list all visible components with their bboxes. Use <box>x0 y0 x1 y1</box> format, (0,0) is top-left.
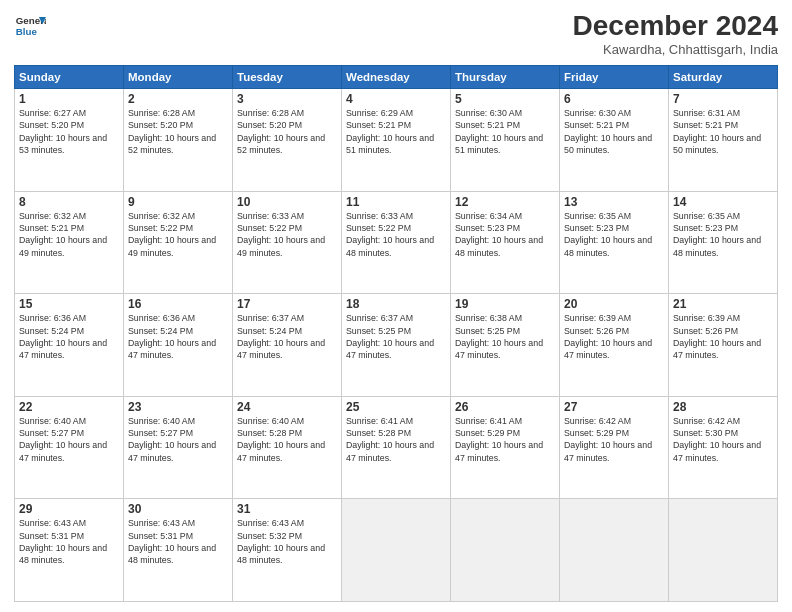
day-cell-28: 28Sunrise: 6:42 AMSunset: 5:30 PMDayligh… <box>669 396 778 499</box>
day-cell-17: 17Sunrise: 6:37 AMSunset: 5:24 PMDayligh… <box>233 294 342 397</box>
day-info-22: Sunrise: 6:40 AMSunset: 5:27 PMDaylight:… <box>19 415 119 464</box>
day-cell-5: 5Sunrise: 6:30 AMSunset: 5:21 PMDaylight… <box>451 89 560 192</box>
day-cell-18: 18Sunrise: 6:37 AMSunset: 5:25 PMDayligh… <box>342 294 451 397</box>
header-friday: Friday <box>560 66 669 89</box>
day-number-16: 16 <box>128 297 228 311</box>
day-info-7: Sunrise: 6:31 AMSunset: 5:21 PMDaylight:… <box>673 107 773 156</box>
day-info-17: Sunrise: 6:37 AMSunset: 5:24 PMDaylight:… <box>237 312 337 361</box>
header-wednesday: Wednesday <box>342 66 451 89</box>
svg-text:Blue: Blue <box>16 26 38 37</box>
day-info-12: Sunrise: 6:34 AMSunset: 5:23 PMDaylight:… <box>455 210 555 259</box>
day-cell-11: 11Sunrise: 6:33 AMSunset: 5:22 PMDayligh… <box>342 191 451 294</box>
day-cell-3: 3Sunrise: 6:28 AMSunset: 5:20 PMDaylight… <box>233 89 342 192</box>
day-cell-4: 4Sunrise: 6:29 AMSunset: 5:21 PMDaylight… <box>342 89 451 192</box>
day-info-9: Sunrise: 6:32 AMSunset: 5:22 PMDaylight:… <box>128 210 228 259</box>
header-thursday: Thursday <box>451 66 560 89</box>
location: Kawardha, Chhattisgarh, India <box>573 42 778 57</box>
day-number-24: 24 <box>237 400 337 414</box>
week-row-3: 15Sunrise: 6:36 AMSunset: 5:24 PMDayligh… <box>15 294 778 397</box>
day-cell-23: 23Sunrise: 6:40 AMSunset: 5:27 PMDayligh… <box>124 396 233 499</box>
day-number-9: 9 <box>128 195 228 209</box>
day-info-10: Sunrise: 6:33 AMSunset: 5:22 PMDaylight:… <box>237 210 337 259</box>
day-number-12: 12 <box>455 195 555 209</box>
day-number-28: 28 <box>673 400 773 414</box>
day-cell-6: 6Sunrise: 6:30 AMSunset: 5:21 PMDaylight… <box>560 89 669 192</box>
calendar-table: Sunday Monday Tuesday Wednesday Thursday… <box>14 65 778 602</box>
day-number-17: 17 <box>237 297 337 311</box>
day-cell-30: 30Sunrise: 6:43 AMSunset: 5:31 PMDayligh… <box>124 499 233 602</box>
empty-cell-w4-d6 <box>669 499 778 602</box>
day-number-13: 13 <box>564 195 664 209</box>
day-info-13: Sunrise: 6:35 AMSunset: 5:23 PMDaylight:… <box>564 210 664 259</box>
day-number-7: 7 <box>673 92 773 106</box>
day-info-4: Sunrise: 6:29 AMSunset: 5:21 PMDaylight:… <box>346 107 446 156</box>
day-cell-16: 16Sunrise: 6:36 AMSunset: 5:24 PMDayligh… <box>124 294 233 397</box>
day-info-18: Sunrise: 6:37 AMSunset: 5:25 PMDaylight:… <box>346 312 446 361</box>
day-info-21: Sunrise: 6:39 AMSunset: 5:26 PMDaylight:… <box>673 312 773 361</box>
day-cell-10: 10Sunrise: 6:33 AMSunset: 5:22 PMDayligh… <box>233 191 342 294</box>
month-title: December 2024 <box>573 10 778 42</box>
day-info-20: Sunrise: 6:39 AMSunset: 5:26 PMDaylight:… <box>564 312 664 361</box>
day-info-25: Sunrise: 6:41 AMSunset: 5:28 PMDaylight:… <box>346 415 446 464</box>
day-number-6: 6 <box>564 92 664 106</box>
day-info-24: Sunrise: 6:40 AMSunset: 5:28 PMDaylight:… <box>237 415 337 464</box>
day-number-20: 20 <box>564 297 664 311</box>
day-info-27: Sunrise: 6:42 AMSunset: 5:29 PMDaylight:… <box>564 415 664 464</box>
day-number-22: 22 <box>19 400 119 414</box>
empty-cell-w4-d3 <box>342 499 451 602</box>
day-number-26: 26 <box>455 400 555 414</box>
day-number-27: 27 <box>564 400 664 414</box>
day-number-2: 2 <box>128 92 228 106</box>
day-cell-1: 1Sunrise: 6:27 AMSunset: 5:20 PMDaylight… <box>15 89 124 192</box>
day-number-18: 18 <box>346 297 446 311</box>
day-info-26: Sunrise: 6:41 AMSunset: 5:29 PMDaylight:… <box>455 415 555 464</box>
day-cell-22: 22Sunrise: 6:40 AMSunset: 5:27 PMDayligh… <box>15 396 124 499</box>
week-row-2: 8Sunrise: 6:32 AMSunset: 5:21 PMDaylight… <box>15 191 778 294</box>
day-cell-31: 31Sunrise: 6:43 AMSunset: 5:32 PMDayligh… <box>233 499 342 602</box>
day-cell-29: 29Sunrise: 6:43 AMSunset: 5:31 PMDayligh… <box>15 499 124 602</box>
day-info-28: Sunrise: 6:42 AMSunset: 5:30 PMDaylight:… <box>673 415 773 464</box>
day-cell-25: 25Sunrise: 6:41 AMSunset: 5:28 PMDayligh… <box>342 396 451 499</box>
day-number-21: 21 <box>673 297 773 311</box>
day-cell-27: 27Sunrise: 6:42 AMSunset: 5:29 PMDayligh… <box>560 396 669 499</box>
day-info-5: Sunrise: 6:30 AMSunset: 5:21 PMDaylight:… <box>455 107 555 156</box>
day-cell-21: 21Sunrise: 6:39 AMSunset: 5:26 PMDayligh… <box>669 294 778 397</box>
header: General Blue December 2024 Kawardha, Chh… <box>14 10 778 57</box>
day-number-11: 11 <box>346 195 446 209</box>
calendar-body: 1Sunrise: 6:27 AMSunset: 5:20 PMDaylight… <box>15 89 778 602</box>
day-info-1: Sunrise: 6:27 AMSunset: 5:20 PMDaylight:… <box>19 107 119 156</box>
day-info-8: Sunrise: 6:32 AMSunset: 5:21 PMDaylight:… <box>19 210 119 259</box>
day-number-23: 23 <box>128 400 228 414</box>
day-number-15: 15 <box>19 297 119 311</box>
day-info-11: Sunrise: 6:33 AMSunset: 5:22 PMDaylight:… <box>346 210 446 259</box>
day-info-31: Sunrise: 6:43 AMSunset: 5:32 PMDaylight:… <box>237 517 337 566</box>
day-info-2: Sunrise: 6:28 AMSunset: 5:20 PMDaylight:… <box>128 107 228 156</box>
logo-icon: General Blue <box>14 10 46 42</box>
day-cell-12: 12Sunrise: 6:34 AMSunset: 5:23 PMDayligh… <box>451 191 560 294</box>
day-number-8: 8 <box>19 195 119 209</box>
day-info-23: Sunrise: 6:40 AMSunset: 5:27 PMDaylight:… <box>128 415 228 464</box>
day-number-1: 1 <box>19 92 119 106</box>
day-number-31: 31 <box>237 502 337 516</box>
day-cell-7: 7Sunrise: 6:31 AMSunset: 5:21 PMDaylight… <box>669 89 778 192</box>
week-row-4: 22Sunrise: 6:40 AMSunset: 5:27 PMDayligh… <box>15 396 778 499</box>
day-number-3: 3 <box>237 92 337 106</box>
header-saturday: Saturday <box>669 66 778 89</box>
empty-cell-w4-d5 <box>560 499 669 602</box>
day-cell-2: 2Sunrise: 6:28 AMSunset: 5:20 PMDaylight… <box>124 89 233 192</box>
day-number-29: 29 <box>19 502 119 516</box>
week-row-5: 29Sunrise: 6:43 AMSunset: 5:31 PMDayligh… <box>15 499 778 602</box>
day-number-4: 4 <box>346 92 446 106</box>
header-tuesday: Tuesday <box>233 66 342 89</box>
day-info-29: Sunrise: 6:43 AMSunset: 5:31 PMDaylight:… <box>19 517 119 566</box>
day-cell-13: 13Sunrise: 6:35 AMSunset: 5:23 PMDayligh… <box>560 191 669 294</box>
day-number-25: 25 <box>346 400 446 414</box>
day-cell-26: 26Sunrise: 6:41 AMSunset: 5:29 PMDayligh… <box>451 396 560 499</box>
day-cell-19: 19Sunrise: 6:38 AMSunset: 5:25 PMDayligh… <box>451 294 560 397</box>
day-info-16: Sunrise: 6:36 AMSunset: 5:24 PMDaylight:… <box>128 312 228 361</box>
week-row-1: 1Sunrise: 6:27 AMSunset: 5:20 PMDaylight… <box>15 89 778 192</box>
header-sunday: Sunday <box>15 66 124 89</box>
day-cell-9: 9Sunrise: 6:32 AMSunset: 5:22 PMDaylight… <box>124 191 233 294</box>
day-number-14: 14 <box>673 195 773 209</box>
day-info-30: Sunrise: 6:43 AMSunset: 5:31 PMDaylight:… <box>128 517 228 566</box>
